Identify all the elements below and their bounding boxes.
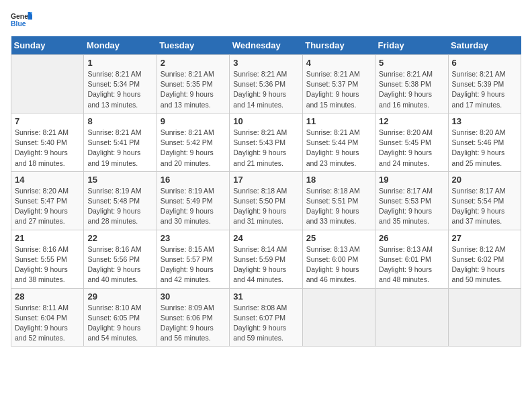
calendar-cell	[375, 288, 448, 347]
day-number: 2	[161, 58, 226, 68]
calendar-cell: 23Sunrise: 8:15 AMSunset: 5:57 PMDayligh…	[157, 230, 229, 288]
calendar-cell: 20Sunrise: 8:17 AMSunset: 5:54 PMDayligh…	[448, 171, 521, 230]
calendar-cell: 6Sunrise: 8:21 AMSunset: 5:39 PMDaylight…	[448, 55, 521, 113]
day-info: Sunrise: 8:21 AMSunset: 5:42 PMDaylight:…	[161, 128, 226, 169]
day-number: 25	[306, 233, 371, 243]
day-of-week-header: Monday	[84, 36, 157, 55]
day-number: 23	[161, 233, 226, 243]
logo: General Blue	[11, 11, 32, 30]
day-of-week-header: Friday	[375, 36, 448, 55]
calendar-week-row: 21Sunrise: 8:16 AMSunset: 5:55 PMDayligh…	[11, 230, 521, 288]
calendar-table: SundayMondayTuesdayWednesdayThursdayFrid…	[11, 36, 521, 347]
day-info: Sunrise: 8:08 AMSunset: 6:07 PMDaylight:…	[233, 303, 298, 344]
day-number: 29	[87, 291, 152, 302]
day-number: 10	[233, 116, 298, 126]
calendar-header-row: SundayMondayTuesdayWednesdayThursdayFrid…	[11, 36, 521, 55]
day-number: 21	[15, 233, 80, 243]
calendar-cell: 17Sunrise: 8:18 AMSunset: 5:50 PMDayligh…	[230, 171, 302, 230]
calendar-cell: 16Sunrise: 8:19 AMSunset: 5:49 PMDayligh…	[157, 171, 229, 230]
day-number: 6	[452, 58, 517, 68]
calendar-cell: 3Sunrise: 8:21 AMSunset: 5:36 PMDaylight…	[230, 55, 302, 113]
day-info: Sunrise: 8:18 AMSunset: 5:51 PMDaylight:…	[306, 186, 371, 227]
day-info: Sunrise: 8:21 AMSunset: 5:40 PMDaylight:…	[15, 128, 80, 169]
calendar-cell: 5Sunrise: 8:21 AMSunset: 5:38 PMDaylight…	[375, 55, 448, 113]
day-info: Sunrise: 8:19 AMSunset: 5:48 PMDaylight:…	[87, 186, 152, 227]
day-info: Sunrise: 8:12 AMSunset: 6:02 PMDaylight:…	[452, 244, 517, 285]
day-number: 3	[233, 58, 298, 68]
day-info: Sunrise: 8:21 AMSunset: 5:39 PMDaylight:…	[452, 69, 517, 110]
day-number: 5	[379, 58, 444, 68]
day-info: Sunrise: 8:16 AMSunset: 5:56 PMDaylight:…	[87, 244, 152, 285]
day-info: Sunrise: 8:13 AMSunset: 6:00 PMDaylight:…	[306, 244, 371, 285]
day-number: 31	[233, 291, 298, 302]
day-info: Sunrise: 8:10 AMSunset: 6:05 PMDaylight:…	[87, 303, 152, 344]
day-info: Sunrise: 8:21 AMSunset: 5:41 PMDaylight:…	[87, 128, 152, 169]
calendar-cell: 2Sunrise: 8:21 AMSunset: 5:35 PMDaylight…	[157, 55, 229, 113]
day-info: Sunrise: 8:19 AMSunset: 5:49 PMDaylight:…	[161, 186, 226, 227]
day-info: Sunrise: 8:13 AMSunset: 6:01 PMDaylight:…	[379, 244, 444, 285]
calendar-cell: 8Sunrise: 8:21 AMSunset: 5:41 PMDaylight…	[84, 113, 157, 171]
calendar-cell: 11Sunrise: 8:21 AMSunset: 5:44 PMDayligh…	[302, 113, 375, 171]
calendar-cell: 9Sunrise: 8:21 AMSunset: 5:42 PMDaylight…	[157, 113, 229, 171]
day-number: 19	[379, 175, 444, 185]
day-number: 7	[15, 116, 80, 126]
day-of-week-header: Sunday	[11, 36, 84, 55]
calendar-cell: 21Sunrise: 8:16 AMSunset: 5:55 PMDayligh…	[11, 230, 84, 288]
calendar-week-row: 7Sunrise: 8:21 AMSunset: 5:40 PMDaylight…	[11, 113, 521, 171]
calendar-week-row: 14Sunrise: 8:20 AMSunset: 5:47 PMDayligh…	[11, 171, 521, 230]
day-number: 15	[87, 175, 152, 185]
day-number: 9	[161, 116, 226, 126]
calendar-week-row: 1Sunrise: 8:21 AMSunset: 5:34 PMDaylight…	[11, 55, 521, 113]
calendar-cell: 28Sunrise: 8:11 AMSunset: 6:04 PMDayligh…	[11, 288, 84, 347]
calendar-cell: 31Sunrise: 8:08 AMSunset: 6:07 PMDayligh…	[230, 288, 302, 347]
day-number: 16	[161, 175, 226, 185]
calendar-cell: 26Sunrise: 8:13 AMSunset: 6:01 PMDayligh…	[375, 230, 448, 288]
day-number: 1	[87, 58, 152, 68]
day-number: 13	[452, 116, 517, 126]
calendar-cell: 25Sunrise: 8:13 AMSunset: 6:00 PMDayligh…	[302, 230, 375, 288]
day-info: Sunrise: 8:21 AMSunset: 5:38 PMDaylight:…	[379, 69, 444, 110]
calendar-cell: 15Sunrise: 8:19 AMSunset: 5:48 PMDayligh…	[84, 171, 157, 230]
calendar-cell: 1Sunrise: 8:21 AMSunset: 5:34 PMDaylight…	[84, 55, 157, 113]
day-info: Sunrise: 8:20 AMSunset: 5:46 PMDaylight:…	[452, 128, 517, 169]
calendar-cell: 29Sunrise: 8:10 AMSunset: 6:05 PMDayligh…	[84, 288, 157, 347]
calendar-cell: 7Sunrise: 8:21 AMSunset: 5:40 PMDaylight…	[11, 113, 84, 171]
day-of-week-header: Saturday	[448, 36, 521, 55]
calendar-cell: 30Sunrise: 8:09 AMSunset: 6:06 PMDayligh…	[157, 288, 229, 347]
calendar-cell: 13Sunrise: 8:20 AMSunset: 5:46 PMDayligh…	[448, 113, 521, 171]
day-info: Sunrise: 8:20 AMSunset: 5:45 PMDaylight:…	[379, 128, 444, 169]
calendar-cell: 18Sunrise: 8:18 AMSunset: 5:51 PMDayligh…	[302, 171, 375, 230]
day-number: 18	[306, 175, 371, 185]
svg-text:Blue: Blue	[11, 20, 26, 28]
calendar-cell: 24Sunrise: 8:14 AMSunset: 5:59 PMDayligh…	[230, 230, 302, 288]
day-number: 28	[15, 291, 80, 302]
day-info: Sunrise: 8:21 AMSunset: 5:35 PMDaylight:…	[161, 69, 226, 110]
day-number: 4	[306, 58, 371, 68]
day-info: Sunrise: 8:09 AMSunset: 6:06 PMDaylight:…	[161, 303, 226, 344]
day-number: 24	[233, 233, 298, 243]
calendar-cell	[11, 55, 84, 113]
day-info: Sunrise: 8:14 AMSunset: 5:59 PMDaylight:…	[233, 244, 298, 285]
day-info: Sunrise: 8:17 AMSunset: 5:54 PMDaylight:…	[452, 186, 517, 227]
calendar-cell: 19Sunrise: 8:17 AMSunset: 5:53 PMDayligh…	[375, 171, 448, 230]
day-number: 30	[161, 291, 226, 302]
day-number: 27	[452, 233, 517, 243]
day-info: Sunrise: 8:21 AMSunset: 5:37 PMDaylight:…	[306, 69, 371, 110]
day-info: Sunrise: 8:20 AMSunset: 5:47 PMDaylight:…	[15, 186, 80, 227]
calendar-cell: 22Sunrise: 8:16 AMSunset: 5:56 PMDayligh…	[84, 230, 157, 288]
day-info: Sunrise: 8:15 AMSunset: 5:57 PMDaylight:…	[161, 244, 226, 285]
calendar-cell	[448, 288, 521, 347]
day-number: 26	[379, 233, 444, 243]
day-info: Sunrise: 8:18 AMSunset: 5:50 PMDaylight:…	[233, 186, 298, 227]
day-number: 17	[233, 175, 298, 185]
page-header: General Blue	[11, 11, 521, 30]
generalblue-logo-icon: General Blue	[11, 11, 32, 30]
day-info: Sunrise: 8:21 AMSunset: 5:43 PMDaylight:…	[233, 128, 298, 169]
day-info: Sunrise: 8:17 AMSunset: 5:53 PMDaylight:…	[379, 186, 444, 227]
day-of-week-header: Wednesday	[230, 36, 302, 55]
day-number: 20	[452, 175, 517, 185]
calendar-cell	[302, 288, 375, 347]
day-number: 22	[87, 233, 152, 243]
calendar-cell: 14Sunrise: 8:20 AMSunset: 5:47 PMDayligh…	[11, 171, 84, 230]
day-info: Sunrise: 8:21 AMSunset: 5:44 PMDaylight:…	[306, 128, 371, 169]
